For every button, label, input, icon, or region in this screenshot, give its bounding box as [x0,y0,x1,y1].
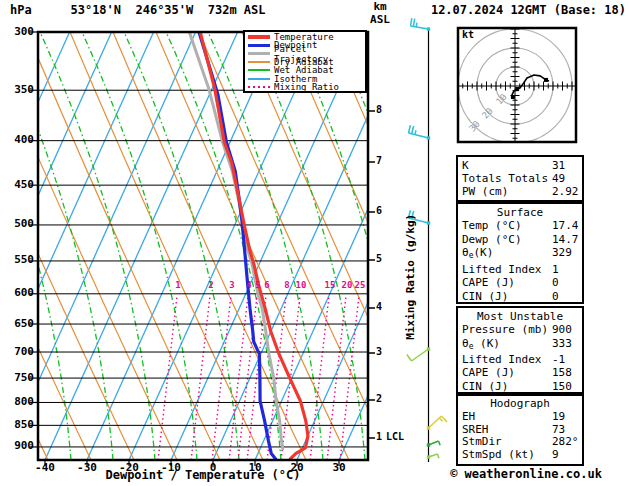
altitude-tick-label: 6 [376,206,382,217]
temperature-tick-label: 0 [196,462,230,474]
pressure-tick-label: 350 [6,84,34,96]
mixing-ratio-tick-label: 15 [323,281,337,290]
altitude-tick-label: 1 [376,432,382,443]
mixing-ratio-tick-label: 6 [260,281,274,290]
mixing-ratio-tick-label: 20 [340,281,354,290]
temperature-tick-label: -30 [70,462,104,474]
table-row-label: Temp (°C) [462,219,522,232]
pressure-tick-label: 900 [6,440,34,452]
wind-barb [427,416,447,430]
hodograph-marker [511,95,515,99]
table-row-label: CIN (J) [462,290,508,303]
legend: TemperatureDewpointParcel TrajectoryDry … [243,30,367,93]
pressure-tick-label: 700 [6,346,34,358]
table-row-value: 14.7 [552,233,579,246]
datetime-label: 12.07.2024 12GMT (Base: 18) [398,4,626,17]
mixing-ratio-tick-label: 25 [353,281,367,290]
mixing-ratio-line [229,295,248,460]
mixing-ratio-tick-label: 2 [204,281,218,290]
mixing-ratio-line [238,295,257,460]
legend-swatch-thin [248,78,270,80]
pressure-tick-label: 450 [6,179,34,191]
legend-swatch-thin [248,61,270,63]
table-row: CIN (J)150 [458,380,582,393]
table-row: Temp (°C)17.4 [458,219,582,232]
legend-swatch-thick [248,44,270,48]
table-row: PW (cm)2.92 [458,185,582,198]
table-row-label: θe(K) [462,246,493,259]
table-title: Surface [458,206,582,219]
temperature-tick-label: -40 [28,462,62,474]
table-title: Most Unstable [458,310,582,323]
pressure-tick-label: 650 [6,318,34,330]
table-row-value: -1 [552,353,565,366]
table-row-label: StmSpd (kt) [462,448,535,461]
table-row-value: 17.4 [552,219,579,232]
temperature-tick-label: 30 [322,462,356,474]
altitude-tick-label: 2 [376,394,382,405]
table-row: θe(K)329 [458,246,582,262]
station-title: 53°18'N 246°35'W 732m ASL [38,4,298,17]
table-row-value: 329 [552,246,572,259]
table-row-label: CAPE (J) [462,276,515,289]
pressure-tick-label: 800 [6,396,34,408]
table-row-value: 49 [552,172,565,185]
mixing-ratio-line [191,295,210,460]
temperature-tick-label: -20 [112,462,146,474]
dry-adiabat-line [156,32,349,460]
credit-link: © weatheronline.co.uk [440,468,612,481]
table-row-label: StmDir [462,435,502,448]
table-row-value: 2.92 [552,185,579,198]
table-row-value: 19 [552,411,565,424]
table-row: Totals Totals49 [458,172,582,185]
table-row: θe (K)333 [458,337,582,353]
indices-table-most-unstable: Most UnstablePressure (mb)900θe (K)333Li… [456,306,584,394]
table-row: Lifted Index1 [458,263,582,276]
altitude-tick-label: 5 [376,254,382,265]
hodograph-unit-label: kt [462,30,474,41]
table-row-value: 0 [552,276,559,289]
altitude-tick-label: 7 [376,156,382,167]
pressure-tick-label: 550 [6,254,34,266]
hodograph-marker [515,87,519,91]
table-row-label: Pressure (mb) [462,323,548,336]
table-row-value: 150 [552,380,572,393]
pressure-tick-label: 500 [6,218,34,230]
table-row-label: Lifted Index [462,353,541,366]
altitude-tick-label: 8 [376,105,382,116]
temperature-tick-label: 10 [238,462,272,474]
mixing-ratio-line [158,295,177,460]
mixing-ratio-tick-label: 3 [225,281,239,290]
table-row: CAPE (J)0 [458,276,582,289]
table-row-label: Dewp (°C) [462,233,522,246]
table-title: Hodograph [458,398,582,411]
table-row: Dewp (°C)14.7 [458,233,582,246]
table-row-value: 158 [552,366,572,379]
table-row: Pressure (mb)900 [458,323,582,336]
table-row-value: 9 [552,449,559,462]
legend-swatch-thick [248,35,270,39]
indices-table-stability: K31Totals Totals49PW (cm)2.92 [456,155,584,202]
mixing-ratio-tick-label: 1 [171,281,185,290]
table-row-label: SREH [462,423,489,436]
table-row-value: 1 [552,263,559,276]
table-row-value: 31 [552,159,565,172]
indices-table-hodograph: HodographEH19SREH73StmDir282°StmSpd (kt)… [456,394,584,466]
indices-table-surface: SurfaceTemp (°C)17.4Dewp (°C)14.7θe(K)32… [456,202,584,304]
skewt-sounding-page: hPa 53°18'N 246°35'W 732m ASL km ASL 12.… [0,0,629,486]
legend-swatch-dotted [248,86,270,88]
wind-barb [409,125,431,139]
altitude-axis-datum: ASL [364,14,396,26]
table-row: K31 [458,159,582,172]
table-row-label: CIN (J) [462,380,508,393]
isotherm-line [255,32,448,460]
legend-swatch-thin [248,69,270,71]
mixing-ratio-axis-label: Mixing Ratio (g/kg) [405,202,417,352]
table-row: StmSpd (kt)9 [458,449,582,462]
lcl-marker-label: LCL [386,432,404,443]
table-row-label: Totals Totals [462,172,548,185]
dry-adiabat-line [27,32,220,460]
pressure-tick-label: 750 [6,372,34,384]
wind-barb [411,18,431,31]
table-row-label: PW (cm) [462,185,508,198]
